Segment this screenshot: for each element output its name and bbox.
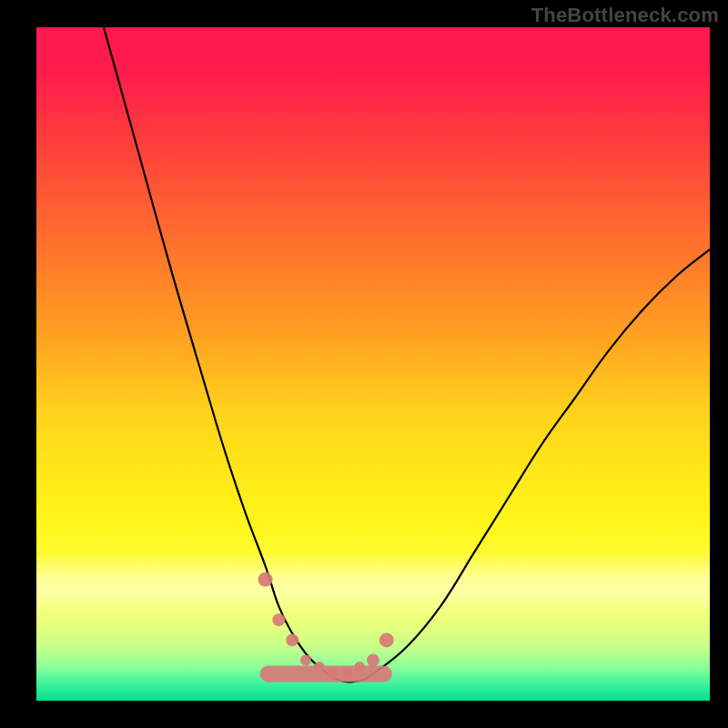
watermark-text: TheBottleneck.com [531, 4, 719, 27]
marker-point [340, 668, 351, 679]
marker-point [300, 655, 311, 666]
plot-area [36, 27, 710, 701]
marker-point [354, 662, 365, 672]
bottleneck-curve-path [104, 27, 710, 682]
marker-point [258, 572, 273, 587]
marker-point [286, 633, 298, 646]
marker-group [258, 572, 394, 682]
marker-point [367, 654, 379, 667]
marker-point [272, 613, 285, 626]
chart-frame: TheBottleneck.com [0, 0, 728, 728]
curve-layer [36, 27, 710, 701]
marker-point [314, 662, 325, 672]
marker-point [379, 632, 394, 647]
marker-point [328, 668, 339, 679]
marker-valley-cap [260, 665, 392, 682]
